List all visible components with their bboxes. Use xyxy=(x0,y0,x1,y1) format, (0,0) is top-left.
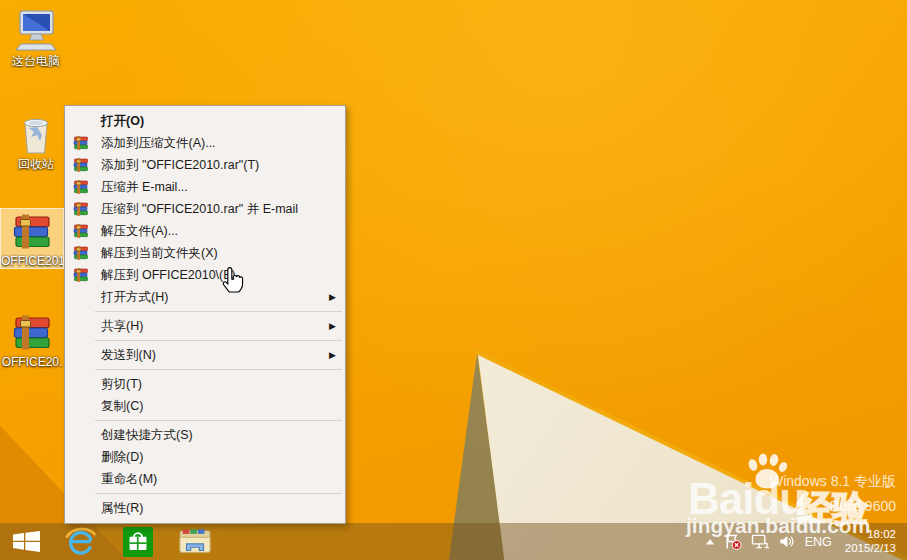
menu-item-14[interactable]: 剪切(T) xyxy=(65,373,345,395)
clock[interactable]: 18:02 2015/2/13 xyxy=(845,528,896,555)
menu-item-19[interactable]: 重命名(M) xyxy=(65,468,345,490)
menu-separator xyxy=(95,340,342,341)
desktop-icon-office2010-archive-2[interactable]: OFFICE20. xyxy=(1,310,63,369)
computer-icon xyxy=(13,7,59,53)
desktop-icon-label: OFFICE20. xyxy=(1,355,63,369)
menu-item-17[interactable]: 创建快捷方式(S) xyxy=(65,424,345,446)
menu-item-21[interactable]: 属性(R) xyxy=(65,497,345,519)
windows-logo-icon xyxy=(13,531,40,552)
menu-item-8[interactable]: 打开方式(H)▶ xyxy=(65,286,345,308)
menu-item-label: 压缩并 E-mail... xyxy=(101,180,188,194)
chevron-up-icon xyxy=(705,538,715,546)
action-center[interactable] xyxy=(724,533,742,550)
menu-item-label: 共享(H) xyxy=(101,319,143,333)
submenu-arrow-icon: ▶ xyxy=(329,344,336,366)
network[interactable] xyxy=(751,534,770,550)
menu-item-label: 重命名(M) xyxy=(101,472,157,486)
menu-item-15[interactable]: 复制(C) xyxy=(65,395,345,417)
menu-item-3[interactable]: 压缩并 E-mail... xyxy=(65,176,345,198)
menu-item-2[interactable]: 添加到 "OFFICE2010.rar"(T) xyxy=(65,154,345,176)
windows-version-line2: Build 9600 xyxy=(770,494,896,519)
tray-icons xyxy=(705,533,794,550)
menu-separator xyxy=(95,420,342,421)
menu-item-label: 添加到 "OFFICE2010.rar"(T) xyxy=(101,158,259,172)
menu-item-label: 打开方式(H) xyxy=(101,290,168,304)
menu-item-4[interactable]: 压缩到 "OFFICE2010.rar" 并 E-mail xyxy=(65,198,345,220)
menu-separator xyxy=(95,493,342,494)
start-button[interactable] xyxy=(0,523,52,560)
volume[interactable] xyxy=(779,534,794,549)
file-explorer-icon xyxy=(178,527,212,557)
desktop-icon-office2010-archive[interactable]: OFFICE201 xyxy=(1,209,63,268)
context-menu: 打开(O)添加到压缩文件(A)...添加到 "OFFICE2010.rar"(T… xyxy=(64,105,346,524)
menu-item-0[interactable]: 打开(O) xyxy=(65,110,345,132)
desktop-icon-label: 回收站 xyxy=(5,157,67,171)
taskbar[interactable]: ENG 18:02 2015/2/13 xyxy=(0,523,907,560)
menu-item-label: 添加到压缩文件(A)... xyxy=(101,136,216,150)
menu-item-5[interactable]: 解压文件(A)... xyxy=(65,220,345,242)
submenu-arrow-icon: ▶ xyxy=(329,286,336,308)
menu-item-label: 解压到当前文件夹(X) xyxy=(101,246,218,260)
menu-item-label: 创建快捷方式(S) xyxy=(101,428,193,442)
menu-item-label: 解压到 OFFICE2010\(E) xyxy=(101,268,236,282)
clock-time: 18:02 xyxy=(867,528,896,540)
menu-item-label: 打开(O) xyxy=(101,114,144,128)
menu-item-label: 解压文件(A)... xyxy=(101,224,178,238)
winrar-icon xyxy=(73,245,89,261)
menu-item-1[interactable]: 添加到压缩文件(A)... xyxy=(65,132,345,154)
windows-store-icon xyxy=(123,527,153,557)
desktop-icon-label: 这台电脑 xyxy=(5,54,67,68)
windows-version-line1: Windows 8.1 专业版 xyxy=(770,469,896,494)
menu-item-label: 剪切(T) xyxy=(101,377,142,391)
winrar-archive-icon xyxy=(11,211,53,253)
winrar-icon xyxy=(73,179,89,195)
desktop-icon-label: OFFICE201 xyxy=(1,254,63,268)
windows-version-watermark: Windows 8.1 专业版 Build 9600 xyxy=(770,469,896,519)
system-tray: ENG 18:02 2015/2/13 xyxy=(705,523,907,560)
winrar-archive-icon xyxy=(11,312,53,354)
desktop-icon-this-pc[interactable]: 这台电脑 xyxy=(5,5,67,68)
submenu-arrow-icon: ▶ xyxy=(329,315,336,337)
menu-item-10[interactable]: 共享(H)▶ xyxy=(65,315,345,337)
winrar-icon xyxy=(73,135,89,151)
flag-error-icon xyxy=(724,533,742,550)
menu-item-label: 属性(R) xyxy=(101,501,143,515)
speaker-icon xyxy=(779,534,794,549)
menu-separator xyxy=(95,311,342,312)
internet-explorer-button[interactable] xyxy=(52,523,109,560)
internet-explorer-icon xyxy=(65,526,96,557)
menu-separator xyxy=(95,369,342,370)
desktop-icon-recycle-bin[interactable]: 回收站 xyxy=(5,110,67,171)
menu-item-6[interactable]: 解压到当前文件夹(X) xyxy=(65,242,345,264)
menu-item-label: 删除(D) xyxy=(101,450,143,464)
menu-item-7[interactable]: 解压到 OFFICE2010\(E) xyxy=(65,264,345,286)
winrar-icon xyxy=(73,267,89,283)
menu-item-18[interactable]: 删除(D) xyxy=(65,446,345,468)
store-button[interactable] xyxy=(109,523,166,560)
menu-item-label: 压缩到 "OFFICE2010.rar" 并 E-mail xyxy=(101,202,298,216)
menu-item-label: 复制(C) xyxy=(101,399,143,413)
show-hidden-icons[interactable] xyxy=(705,538,715,546)
network-icon xyxy=(751,534,770,550)
file-explorer-button[interactable] xyxy=(166,523,223,560)
menu-item-12[interactable]: 发送到(N)▶ xyxy=(65,344,345,366)
winrar-icon xyxy=(73,157,89,173)
taskbar-buttons xyxy=(0,523,223,560)
language-indicator[interactable]: ENG xyxy=(805,535,832,549)
recycle-bin-icon xyxy=(14,112,58,156)
winrar-icon xyxy=(73,223,89,239)
winrar-icon xyxy=(73,201,89,217)
clock-date: 2015/2/13 xyxy=(845,542,896,554)
hand-pointer-cursor xyxy=(221,266,244,297)
desktop[interactable]: 这台电脑回收站OFFICE201OFFICE20. Windows 8.1 专业… xyxy=(0,0,907,560)
menu-item-label: 发送到(N) xyxy=(101,348,156,362)
